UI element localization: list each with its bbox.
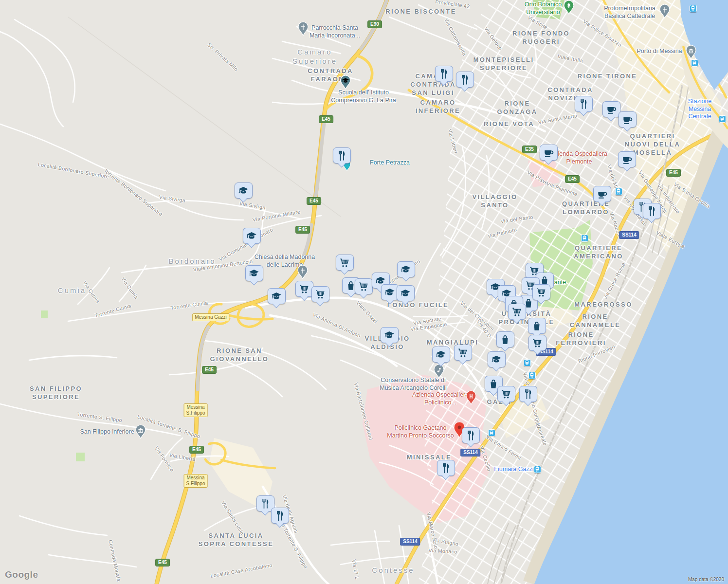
cart-icon: [532, 337, 543, 348]
school-icon: [384, 287, 396, 298]
school-marker-pin[interactable]: [397, 261, 415, 277]
cart-marker-pin[interactable]: [336, 255, 354, 271]
school-marker-pin[interactable]: [488, 351, 506, 367]
cart-marker-pin[interactable]: [311, 286, 329, 302]
cart-icon: [299, 283, 310, 294]
restaurant-icon: [336, 150, 347, 161]
cart-marker-pin[interactable]: [497, 386, 515, 402]
school-icon: [249, 268, 260, 279]
school-marker-pin[interactable]: [381, 327, 399, 343]
school-icon: [246, 230, 257, 241]
school-marker-pin[interactable]: [243, 228, 261, 244]
restaurant-icon: [523, 388, 534, 400]
school-marker-pin[interactable]: [235, 182, 253, 199]
cafe-marker-pin[interactable]: [618, 151, 636, 167]
cart-marker-pin[interactable]: [508, 304, 526, 320]
bag-marker-pin[interactable]: [528, 318, 546, 334]
school-icon: [238, 185, 249, 196]
cafe-icon: [597, 188, 608, 200]
restaurant-icon: [646, 205, 657, 217]
cart-icon: [339, 257, 350, 268]
restaurant-marker-pin[interactable]: [456, 72, 474, 88]
cafe-marker-pin[interactable]: [602, 101, 620, 117]
bag-marker-pin[interactable]: [496, 331, 514, 347]
cafe-icon: [606, 104, 617, 115]
restaurant-icon: [465, 430, 476, 441]
cart-icon: [315, 289, 326, 300]
cart-icon: [358, 281, 369, 292]
restaurant-marker-pin[interactable]: [271, 508, 289, 524]
cafe-marker-pin[interactable]: [619, 111, 637, 128]
restaurant-icon: [260, 498, 271, 509]
cart-marker-pin[interactable]: [528, 335, 546, 351]
cart-icon: [536, 287, 547, 298]
restaurant-icon: [438, 68, 450, 79]
school-marker-pin[interactable]: [268, 288, 286, 304]
restaurant-marker-pin[interactable]: [519, 386, 537, 402]
school-icon: [400, 288, 411, 299]
cart-marker-pin[interactable]: [532, 284, 550, 300]
cafe-icon: [543, 147, 554, 158]
school-icon: [384, 329, 395, 341]
restaurant-icon: [459, 74, 471, 85]
school-icon: [400, 264, 412, 275]
cafe-icon: [622, 114, 633, 125]
bag-icon: [500, 334, 511, 345]
map-markers-layer: [0, 0, 728, 584]
school-marker-pin[interactable]: [381, 284, 399, 300]
restaurant-marker-pin[interactable]: [333, 147, 351, 164]
school-marker-pin[interactable]: [397, 285, 415, 301]
restaurant-marker-pin[interactable]: [643, 203, 661, 219]
restaurant-icon: [274, 510, 286, 521]
restaurant-marker-pin[interactable]: [435, 66, 453, 82]
cafe-icon: [621, 154, 633, 165]
school-icon: [491, 354, 502, 365]
cafe-marker-pin[interactable]: [593, 186, 611, 202]
school-marker-pin[interactable]: [245, 265, 263, 281]
cart-marker-pin[interactable]: [295, 281, 313, 297]
restaurant-icon: [578, 98, 589, 110]
cart-marker-pin[interactable]: [355, 278, 373, 294]
cart-icon: [501, 388, 512, 400]
bag-icon: [531, 320, 543, 331]
restaurant-marker-pin[interactable]: [575, 96, 593, 112]
cart-icon: [511, 306, 523, 317]
school-icon: [436, 349, 447, 360]
school-icon: [271, 291, 282, 302]
school-marker-pin[interactable]: [432, 347, 450, 363]
cart-icon: [457, 347, 469, 358]
map-viewport[interactable]: RIONE BISCONTERIONE FONDO RUGGERIMONTEPI…: [0, 0, 728, 584]
cart-marker-pin[interactable]: [454, 345, 472, 361]
restaurant-marker-pin[interactable]: [462, 427, 480, 443]
restaurant-icon: [440, 462, 452, 474]
cafe-marker-pin[interactable]: [540, 145, 558, 161]
restaurant-marker-pin[interactable]: [437, 460, 455, 476]
